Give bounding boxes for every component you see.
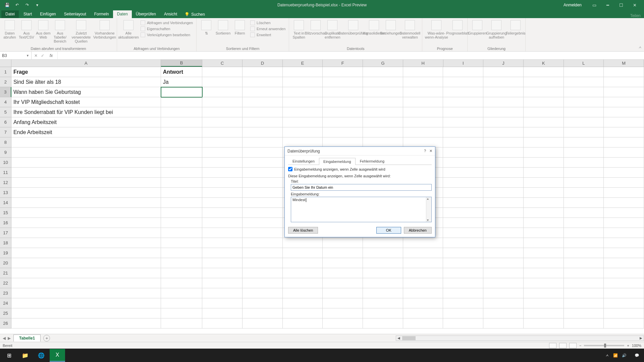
cell[interactable] — [524, 218, 564, 228]
cell[interactable] — [283, 97, 323, 107]
cell[interactable] — [11, 178, 161, 188]
cancel-button[interactable]: Abbrechen — [404, 227, 432, 234]
network-icon[interactable]: 📶 — [613, 353, 618, 358]
cell[interactable] — [283, 127, 323, 137]
cell[interactable] — [202, 278, 243, 288]
reapply-button[interactable]: Erneut anwenden — [249, 26, 287, 32]
clear-filter-button[interactable]: Löschen — [249, 20, 287, 25]
cell[interactable] — [243, 308, 283, 318]
column-header[interactable]: G — [363, 60, 403, 67]
cell[interactable] — [524, 248, 564, 258]
row-header[interactable]: 4 — [0, 97, 11, 107]
relationships-button[interactable]: Beziehungen — [383, 19, 398, 35]
cell[interactable] — [363, 288, 403, 298]
cell[interactable] — [323, 117, 363, 127]
cell[interactable] — [403, 87, 443, 97]
data-model-button[interactable]: Datenmodell verwalten — [400, 19, 420, 39]
cell[interactable] — [524, 158, 564, 168]
cell[interactable] — [524, 137, 564, 147]
add-sheet-button[interactable]: ＋ — [43, 335, 50, 342]
cell[interactable] — [161, 318, 203, 328]
cell[interactable] — [323, 318, 363, 328]
cell[interactable] — [243, 77, 283, 87]
cell[interactable] — [202, 147, 243, 158]
cell[interactable]: Antwort — [161, 67, 203, 77]
cell[interactable] — [11, 288, 161, 298]
save-icon[interactable]: 💾 — [3, 1, 11, 9]
cell[interactable] — [161, 127, 203, 137]
row-header[interactable]: 18 — [0, 238, 11, 248]
explorer-icon[interactable]: 📁 — [17, 349, 33, 362]
cell[interactable] — [524, 298, 564, 308]
from-web-button[interactable]: Aus dem Web — [36, 19, 51, 39]
cell[interactable] — [483, 248, 524, 258]
cell[interactable] — [483, 67, 524, 77]
cell[interactable] — [363, 107, 403, 117]
cell[interactable] — [443, 107, 483, 117]
browser-icon[interactable]: 🌐 — [34, 349, 49, 362]
cell[interactable] — [323, 238, 363, 248]
row-header[interactable]: 1 — [0, 67, 11, 77]
select-all-corner[interactable] — [0, 60, 11, 67]
cell[interactable] — [161, 97, 203, 107]
cell[interactable] — [202, 308, 243, 318]
cell[interactable] — [403, 238, 443, 248]
cell[interactable] — [443, 298, 483, 308]
share-button[interactable]: Teilen — [630, 13, 641, 18]
cell[interactable] — [524, 318, 564, 328]
tab-file[interactable]: Datei — [1, 10, 19, 18]
cell[interactable] — [323, 288, 363, 298]
cell[interactable] — [161, 238, 203, 248]
cell[interactable] — [604, 238, 644, 248]
cell[interactable] — [283, 238, 323, 248]
cell[interactable] — [202, 178, 243, 188]
cell[interactable] — [524, 117, 564, 127]
redo-icon[interactable]: ↷ — [23, 1, 31, 9]
column-header[interactable]: L — [564, 60, 604, 67]
excel-task-icon[interactable]: X — [50, 349, 65, 362]
cell[interactable] — [564, 288, 604, 298]
cell[interactable] — [564, 268, 604, 278]
column-header[interactable]: D — [243, 60, 283, 67]
cell[interactable] — [564, 208, 604, 218]
row-header[interactable]: 3 — [0, 87, 11, 97]
cell[interactable] — [323, 137, 363, 147]
cell[interactable] — [604, 127, 644, 137]
cell[interactable] — [483, 298, 524, 308]
cell[interactable] — [524, 87, 564, 97]
cell[interactable] — [524, 228, 564, 238]
cell[interactable] — [604, 188, 644, 198]
tell-me-search[interactable]: 💡 Suchen — [181, 11, 208, 18]
cell[interactable] — [403, 298, 443, 308]
cell[interactable] — [243, 188, 283, 198]
cell[interactable] — [243, 147, 283, 158]
cell[interactable] — [483, 117, 524, 127]
sheet-tab[interactable]: Tabelle1 — [13, 335, 41, 342]
cell[interactable] — [243, 137, 283, 147]
page-break-icon[interactable] — [569, 343, 577, 348]
cell[interactable] — [564, 127, 604, 137]
maximize-icon[interactable]: ☐ — [614, 0, 628, 10]
cell[interactable] — [483, 238, 524, 248]
normal-view-icon[interactable] — [549, 343, 556, 348]
signin-link[interactable]: Anmelden — [564, 3, 582, 7]
cell[interactable] — [243, 87, 283, 97]
volume-icon[interactable]: 🔊 — [622, 353, 627, 358]
cell[interactable] — [202, 97, 243, 107]
cell[interactable] — [243, 218, 283, 228]
cell[interactable] — [202, 208, 243, 218]
cell[interactable] — [363, 117, 403, 127]
row-header[interactable]: 7 — [0, 127, 11, 137]
cell[interactable] — [202, 258, 243, 268]
cell[interactable] — [604, 288, 644, 298]
cell[interactable] — [243, 198, 283, 208]
row-header[interactable]: 10 — [0, 158, 11, 168]
cell[interactable] — [243, 107, 283, 117]
cell[interactable] — [403, 117, 443, 127]
cell[interactable] — [483, 107, 524, 117]
cell[interactable] — [443, 67, 483, 77]
cell[interactable] — [202, 248, 243, 258]
cell[interactable] — [443, 308, 483, 318]
cell[interactable] — [363, 278, 403, 288]
cell[interactable] — [323, 248, 363, 258]
